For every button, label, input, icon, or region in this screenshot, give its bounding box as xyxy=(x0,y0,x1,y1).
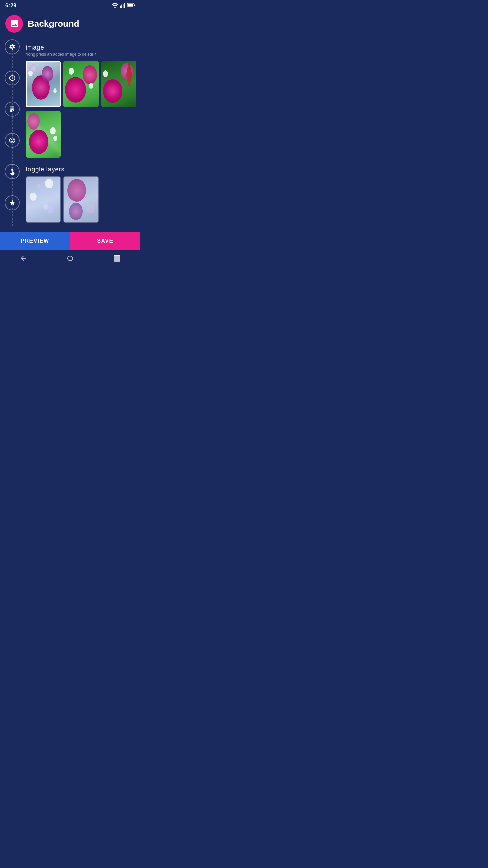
svg-point-8 xyxy=(68,256,73,261)
image-section-divider xyxy=(26,40,136,40)
sidebar-btn-settings[interactable] xyxy=(5,39,20,54)
gear-icon xyxy=(9,43,16,50)
sidebar-btn-history[interactable] xyxy=(5,71,20,85)
toggle-layers-title: toggle layers xyxy=(26,165,136,173)
main-layout: A image *long press an added image to de… xyxy=(0,36,140,226)
layer-thumb-2[interactable] xyxy=(63,176,98,223)
toggle-layers-section: toggle layers xyxy=(26,165,136,223)
battery-icon xyxy=(127,3,135,8)
toggle-layers-divider xyxy=(26,162,136,162)
svg-rect-1 xyxy=(121,4,122,7)
home-icon xyxy=(66,254,74,262)
status-bar: 6:29 xyxy=(0,0,140,12)
back-icon xyxy=(19,254,27,262)
page-title: Background xyxy=(28,19,79,29)
emoji-icon xyxy=(9,137,16,144)
sidebar-btn-emoji[interactable] xyxy=(5,133,20,148)
svg-rect-3 xyxy=(124,3,125,8)
text-a-icon: A xyxy=(9,106,16,113)
preview-button[interactable]: PREVIEW xyxy=(0,232,70,250)
svg-rect-2 xyxy=(123,4,123,8)
image-section-title: image xyxy=(26,44,136,51)
status-time: 6:29 xyxy=(5,3,16,9)
sidebar-btn-favorites[interactable] xyxy=(5,195,20,210)
empty-cell-2 xyxy=(101,111,136,158)
layer-thumb-1[interactable] xyxy=(26,176,61,223)
clock-icon xyxy=(9,75,16,81)
svg-rect-9 xyxy=(114,255,120,261)
status-icons xyxy=(112,3,135,9)
save-button[interactable]: SAVE xyxy=(70,232,140,250)
image-thumb-4[interactable] xyxy=(26,111,61,158)
image-thumb-3[interactable] xyxy=(101,61,136,107)
image-section: image *long press an added image to dele… xyxy=(26,44,136,158)
image-thumb-2[interactable] xyxy=(63,61,98,107)
sidebar: A xyxy=(0,36,24,226)
header-avatar xyxy=(5,15,23,33)
bottom-bar: PREVIEW SAVE xyxy=(0,232,140,250)
header: Background xyxy=(0,12,140,36)
image-icon xyxy=(9,19,19,28)
nav-bar xyxy=(0,250,140,265)
nav-home-button[interactable] xyxy=(66,254,74,262)
nav-back-button[interactable] xyxy=(19,254,27,262)
svg-rect-0 xyxy=(120,5,121,7)
sidebar-btn-text[interactable]: A xyxy=(5,102,20,117)
sidebar-btn-touch[interactable] xyxy=(5,164,20,179)
star-icon xyxy=(9,199,16,206)
signal-icon xyxy=(120,3,125,9)
empty-layer-cell xyxy=(101,176,136,223)
image-section-subtitle: *long press an added image to delete it xyxy=(26,52,136,57)
touch-icon xyxy=(9,168,16,175)
wifi-icon xyxy=(112,3,118,9)
svg-rect-5 xyxy=(128,4,133,7)
svg-text:A: A xyxy=(10,108,12,112)
recents-icon xyxy=(113,254,121,262)
svg-rect-6 xyxy=(134,4,135,6)
image-thumb-1[interactable] xyxy=(26,61,61,107)
empty-cell-1 xyxy=(63,111,98,158)
content-area: image *long press an added image to dele… xyxy=(24,36,140,226)
nav-recents-button[interactable] xyxy=(113,254,121,262)
